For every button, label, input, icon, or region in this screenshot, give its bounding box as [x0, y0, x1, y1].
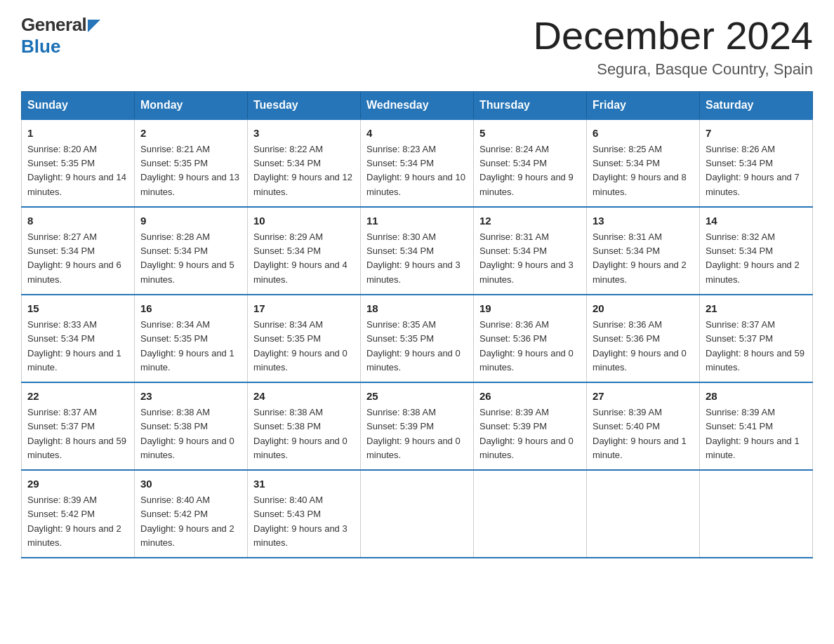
- header-wednesday: Wednesday: [361, 91, 474, 119]
- cell-info: Sunrise: 8:29 AM Sunset: 5:34 PM Dayligh…: [253, 230, 355, 287]
- cell-info: Sunrise: 8:40 AM Sunset: 5:43 PM Dayligh…: [253, 493, 355, 550]
- table-row: 19 Sunrise: 8:36 AM Sunset: 5:36 PM Dayl…: [474, 295, 587, 382]
- day-number: 31: [253, 476, 355, 492]
- cell-info: Sunrise: 8:38 AM Sunset: 5:38 PM Dayligh…: [140, 405, 241, 462]
- cell-info: Sunrise: 8:31 AM Sunset: 5:34 PM Dayligh…: [593, 230, 694, 287]
- calendar-table: Sunday Monday Tuesday Wednesday Thursday…: [21, 91, 813, 558]
- table-row: 6 Sunrise: 8:25 AM Sunset: 5:34 PM Dayli…: [587, 119, 700, 207]
- location-subtitle: Segura, Basque Country, Spain: [534, 60, 813, 79]
- table-row: 22 Sunrise: 8:37 AM Sunset: 5:37 PM Dayl…: [22, 382, 135, 470]
- calendar-header-row: Sunday Monday Tuesday Wednesday Thursday…: [22, 91, 813, 119]
- day-number: 21: [706, 301, 807, 317]
- table-row: 3 Sunrise: 8:22 AM Sunset: 5:34 PM Dayli…: [248, 119, 361, 207]
- cell-info: Sunrise: 8:27 AM Sunset: 5:34 PM Dayligh…: [27, 230, 128, 287]
- cell-info: Sunrise: 8:35 AM Sunset: 5:35 PM Dayligh…: [366, 318, 468, 375]
- day-number: 17: [253, 301, 355, 317]
- day-number: 19: [479, 301, 581, 317]
- table-row: 27 Sunrise: 8:39 AM Sunset: 5:40 PM Dayl…: [587, 382, 700, 470]
- table-row: [700, 470, 813, 558]
- calendar-week-row: 8 Sunrise: 8:27 AM Sunset: 5:34 PM Dayli…: [22, 207, 813, 295]
- cell-info: Sunrise: 8:39 AM Sunset: 5:39 PM Dayligh…: [479, 405, 581, 462]
- day-number: 14: [706, 213, 807, 229]
- cell-info: Sunrise: 8:39 AM Sunset: 5:42 PM Dayligh…: [27, 493, 128, 550]
- calendar-week-row: 15 Sunrise: 8:33 AM Sunset: 5:34 PM Dayl…: [22, 295, 813, 382]
- calendar-week-row: 22 Sunrise: 8:37 AM Sunset: 5:37 PM Dayl…: [22, 382, 813, 470]
- day-number: 11: [366, 213, 468, 229]
- svg-marker-0: [88, 20, 100, 32]
- cell-info: Sunrise: 8:22 AM Sunset: 5:34 PM Dayligh…: [253, 142, 355, 199]
- day-number: 5: [479, 126, 581, 142]
- table-row: 29 Sunrise: 8:39 AM Sunset: 5:42 PM Dayl…: [22, 470, 135, 558]
- day-number: 16: [140, 301, 241, 317]
- day-number: 13: [593, 213, 694, 229]
- table-row: [474, 470, 587, 558]
- table-row: 4 Sunrise: 8:23 AM Sunset: 5:34 PM Dayli…: [361, 119, 474, 207]
- cell-info: Sunrise: 8:40 AM Sunset: 5:42 PM Dayligh…: [140, 493, 241, 550]
- header-tuesday: Tuesday: [248, 91, 361, 119]
- table-row: 26 Sunrise: 8:39 AM Sunset: 5:39 PM Dayl…: [474, 382, 587, 470]
- day-number: 23: [140, 389, 241, 405]
- day-number: 28: [706, 389, 807, 405]
- table-row: 2 Sunrise: 8:21 AM Sunset: 5:35 PM Dayli…: [135, 119, 248, 207]
- day-number: 6: [593, 126, 694, 142]
- day-number: 12: [479, 213, 581, 229]
- cell-info: Sunrise: 8:32 AM Sunset: 5:34 PM Dayligh…: [706, 230, 807, 287]
- cell-info: Sunrise: 8:25 AM Sunset: 5:34 PM Dayligh…: [593, 142, 694, 199]
- table-row: 1 Sunrise: 8:20 AM Sunset: 5:35 PM Dayli…: [22, 119, 135, 207]
- logo-triangle-icon: [88, 20, 100, 32]
- cell-info: Sunrise: 8:30 AM Sunset: 5:34 PM Dayligh…: [366, 230, 468, 287]
- cell-info: Sunrise: 8:37 AM Sunset: 5:37 PM Dayligh…: [706, 318, 807, 375]
- table-row: 9 Sunrise: 8:28 AM Sunset: 5:34 PM Dayli…: [135, 207, 248, 295]
- day-number: 3: [253, 126, 355, 142]
- day-number: 9: [140, 213, 241, 229]
- month-title: December 2024: [534, 14, 813, 58]
- table-row: 30 Sunrise: 8:40 AM Sunset: 5:42 PM Dayl…: [135, 470, 248, 558]
- cell-info: Sunrise: 8:20 AM Sunset: 5:35 PM Dayligh…: [27, 142, 128, 199]
- cell-info: Sunrise: 8:37 AM Sunset: 5:37 PM Dayligh…: [27, 405, 128, 462]
- table-row: 25 Sunrise: 8:38 AM Sunset: 5:39 PM Dayl…: [361, 382, 474, 470]
- calendar-week-row: 1 Sunrise: 8:20 AM Sunset: 5:35 PM Dayli…: [22, 119, 813, 207]
- cell-info: Sunrise: 8:24 AM Sunset: 5:34 PM Dayligh…: [479, 142, 581, 199]
- page-header: General Blue December 2024 Segura, Basqu…: [21, 14, 813, 79]
- table-row: 15 Sunrise: 8:33 AM Sunset: 5:34 PM Dayl…: [22, 295, 135, 382]
- cell-info: Sunrise: 8:39 AM Sunset: 5:41 PM Dayligh…: [706, 405, 807, 462]
- cell-info: Sunrise: 8:23 AM Sunset: 5:34 PM Dayligh…: [366, 142, 468, 199]
- day-number: 26: [479, 389, 581, 405]
- day-number: 24: [253, 389, 355, 405]
- table-row: 24 Sunrise: 8:38 AM Sunset: 5:38 PM Dayl…: [248, 382, 361, 470]
- header-monday: Monday: [135, 91, 248, 119]
- day-number: 1: [27, 126, 128, 142]
- header-friday: Friday: [587, 91, 700, 119]
- day-number: 2: [140, 126, 241, 142]
- table-row: 8 Sunrise: 8:27 AM Sunset: 5:34 PM Dayli…: [22, 207, 135, 295]
- cell-info: Sunrise: 8:31 AM Sunset: 5:34 PM Dayligh…: [479, 230, 581, 287]
- table-row: 28 Sunrise: 8:39 AM Sunset: 5:41 PM Dayl…: [700, 382, 813, 470]
- cell-info: Sunrise: 8:36 AM Sunset: 5:36 PM Dayligh…: [479, 318, 581, 375]
- table-row: 31 Sunrise: 8:40 AM Sunset: 5:43 PM Dayl…: [248, 470, 361, 558]
- title-block: December 2024 Segura, Basque Country, Sp…: [534, 14, 813, 79]
- day-number: 20: [593, 301, 694, 317]
- header-sunday: Sunday: [22, 91, 135, 119]
- day-number: 18: [366, 301, 468, 317]
- header-thursday: Thursday: [474, 91, 587, 119]
- cell-info: Sunrise: 8:39 AM Sunset: 5:40 PM Dayligh…: [593, 405, 694, 462]
- table-row: 14 Sunrise: 8:32 AM Sunset: 5:34 PM Dayl…: [700, 207, 813, 295]
- table-row: 18 Sunrise: 8:35 AM Sunset: 5:35 PM Dayl…: [361, 295, 474, 382]
- cell-info: Sunrise: 8:34 AM Sunset: 5:35 PM Dayligh…: [253, 318, 355, 375]
- day-number: 10: [253, 213, 355, 229]
- header-saturday: Saturday: [700, 91, 813, 119]
- day-number: 27: [593, 389, 694, 405]
- table-row: 13 Sunrise: 8:31 AM Sunset: 5:34 PM Dayl…: [587, 207, 700, 295]
- table-row: [587, 470, 700, 558]
- day-number: 7: [706, 126, 807, 142]
- table-row: 10 Sunrise: 8:29 AM Sunset: 5:34 PM Dayl…: [248, 207, 361, 295]
- cell-info: Sunrise: 8:36 AM Sunset: 5:36 PM Dayligh…: [593, 318, 694, 375]
- logo: General Blue: [21, 14, 100, 58]
- cell-info: Sunrise: 8:34 AM Sunset: 5:35 PM Dayligh…: [140, 318, 241, 375]
- cell-info: Sunrise: 8:28 AM Sunset: 5:34 PM Dayligh…: [140, 230, 241, 287]
- day-number: 30: [140, 476, 241, 492]
- table-row: 7 Sunrise: 8:26 AM Sunset: 5:34 PM Dayli…: [700, 119, 813, 207]
- day-number: 22: [27, 389, 128, 405]
- day-number: 29: [27, 476, 128, 492]
- table-row: 23 Sunrise: 8:38 AM Sunset: 5:38 PM Dayl…: [135, 382, 248, 470]
